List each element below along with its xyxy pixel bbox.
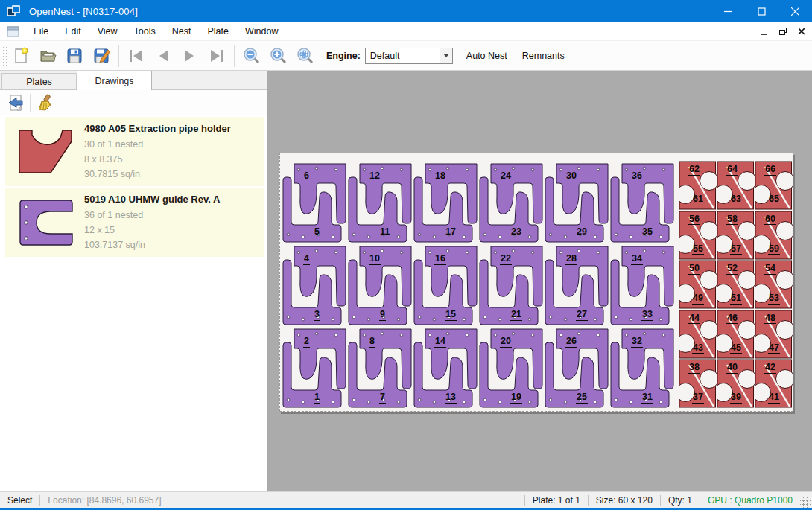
part-number: 63 <box>730 194 742 205</box>
nest-part-pair-red[interactable]: 3837 <box>679 359 717 408</box>
nest-part-pair-red[interactable]: 6665 <box>755 161 793 210</box>
tab-drawings[interactable]: Drawings <box>77 71 152 90</box>
drawing-title: 4980 A05 Extraction pipe holder <box>84 123 261 134</box>
mdi-close-button[interactable] <box>793 25 810 38</box>
nest-part-pair-purple[interactable]: 1211 <box>348 161 413 243</box>
new-button[interactable] <box>7 44 34 68</box>
nest-part-pair-red[interactable]: 5857 <box>717 211 755 260</box>
part-number: 28 <box>565 254 577 265</box>
chevron-down-icon <box>443 54 449 57</box>
nest-part-pair-purple[interactable]: 2625 <box>545 326 610 409</box>
nest-part-pair-red[interactable]: 5251 <box>717 260 755 309</box>
close-button[interactable] <box>778 0 812 22</box>
drawing-size: 8 x 8.375 <box>84 152 261 167</box>
drawing-size: 12 x 15 <box>84 223 261 238</box>
nest-part-pair-purple[interactable]: 1615 <box>413 243 479 326</box>
drawing-thumbnail <box>8 121 84 182</box>
nest-part-pair-purple[interactable]: 1413 <box>413 326 479 409</box>
menu-view[interactable]: View <box>89 24 126 39</box>
save-button[interactable] <box>61 44 88 68</box>
mdi-minimize-button[interactable] <box>756 25 773 38</box>
engine-select[interactable]: Default <box>365 48 453 64</box>
nest-part-pair-red[interactable]: 5655 <box>679 211 717 260</box>
nest-part-pair-red[interactable]: 4443 <box>679 310 717 359</box>
nest-part-pair-purple[interactable]: 43 <box>282 243 348 326</box>
drawing-nested-count: 30 of 1 nested <box>84 137 261 152</box>
nest-part-pair-purple[interactable]: 1817 <box>413 161 479 243</box>
tab-plates[interactable]: Plates <box>1 73 77 89</box>
nest-part-pair-purple[interactable]: 2423 <box>479 161 545 243</box>
open-folder-icon <box>39 47 57 65</box>
part-number: 56 <box>688 214 700 226</box>
part-number: 13 <box>445 392 457 404</box>
clear-drawings-button[interactable] <box>34 92 56 113</box>
nest-part-pair-purple[interactable]: 21 <box>282 326 348 409</box>
status-bar: Select Location: [84.8696, 60.6957] Plat… <box>0 491 812 508</box>
mdi-document-icon <box>7 26 19 37</box>
nest-part-pair-red[interactable]: 4847 <box>755 310 793 359</box>
save-as-button[interactable] <box>88 44 115 68</box>
maximize-button[interactable] <box>745 0 778 22</box>
part-number: 52 <box>726 264 738 275</box>
toolbar-grip[interactable] <box>1 45 7 66</box>
nest-part-pair-red[interactable]: 6059 <box>755 211 793 260</box>
part-number: 38 <box>688 363 700 374</box>
nest-part-pair-purple[interactable]: 87 <box>348 326 413 409</box>
part-number: 1 <box>314 392 320 404</box>
menu-plate[interactable]: Plate <box>199 24 237 39</box>
part-number: 62 <box>688 165 700 176</box>
engine-label: Engine: <box>326 51 361 61</box>
menu-file[interactable]: File <box>25 24 57 39</box>
drawing-item-4980[interactable]: 4980 A05 Extraction pipe holder 30 of 1 … <box>5 117 264 186</box>
part-number: 14 <box>434 337 446 348</box>
part-number: 5 <box>314 227 320 238</box>
nest-canvas[interactable]: 6512111817242330293635431091615222128273… <box>268 71 812 491</box>
nest-part-pair-purple[interactable]: 3635 <box>610 161 676 243</box>
nest-part-pair-red[interactable]: 5049 <box>679 260 717 309</box>
open-button[interactable] <box>34 44 61 68</box>
nest-part-pair-purple[interactable]: 2221 <box>479 243 545 326</box>
nest-part-pair-purple[interactable]: 65 <box>282 161 348 243</box>
nest-part-pair-red[interactable]: 4645 <box>717 310 755 359</box>
nest-part-pair-red[interactable]: 5453 <box>755 260 793 309</box>
minimize-button[interactable] <box>711 0 745 22</box>
part-number: 47 <box>768 343 780 354</box>
part-number: 12 <box>369 171 381 182</box>
nest-part-pair-purple[interactable]: 109 <box>348 243 413 326</box>
menu-tools[interactable]: Tools <box>126 24 164 39</box>
nest-part-pair-purple[interactable]: 2019 <box>479 326 545 409</box>
nest-part-pair-purple[interactable]: 3433 <box>610 243 676 326</box>
resize-grip[interactable] <box>800 497 811 508</box>
menu-edit[interactable]: Edit <box>57 24 89 39</box>
nest-part-pair-red[interactable]: 6463 <box>717 161 755 210</box>
remnants-button[interactable]: Remnants <box>515 47 572 65</box>
nest-part-pair-purple[interactable]: 2827 <box>545 243 610 326</box>
toolbar-separator <box>118 45 119 67</box>
part-number: 25 <box>576 392 588 404</box>
nest-part-pair-red[interactable]: 4039 <box>717 359 755 408</box>
last-plate-button[interactable] <box>203 44 230 68</box>
menu-nest[interactable]: Nest <box>164 24 200 39</box>
left-panel: Plates Drawings <box>0 71 268 491</box>
nest-part-pair-purple[interactable]: 3231 <box>610 326 676 409</box>
import-drawing-button[interactable] <box>4 92 27 113</box>
auto-nest-button[interactable]: Auto Nest <box>459 47 515 65</box>
previous-plate-button[interactable] <box>150 44 177 68</box>
first-arrow-icon <box>127 48 145 63</box>
menu-window[interactable]: Window <box>237 24 286 39</box>
plate[interactable]: 6512111817242330293635431091615222128273… <box>279 153 793 412</box>
mdi-restore-button[interactable] <box>775 25 791 38</box>
zoom-out-icon <box>243 47 261 65</box>
drawing-item-5019[interactable]: 5019 A10 UHMW guide Rev. A 36 of 1 neste… <box>5 188 264 257</box>
part-number: 48 <box>764 313 776 325</box>
next-plate-button[interactable] <box>177 44 203 68</box>
zoom-fit-button[interactable] <box>292 44 319 68</box>
nest-part-pair-red[interactable]: 6261 <box>679 161 717 210</box>
nest-part-pair-red[interactable]: 4241 <box>755 359 793 408</box>
drawing-list: 4980 A05 Extraction pipe holder 30 of 1 … <box>0 115 267 491</box>
zoom-in-button[interactable] <box>265 44 292 68</box>
nest-part-pair-purple[interactable]: 3029 <box>545 161 610 243</box>
zoom-out-button[interactable] <box>238 44 265 68</box>
first-plate-button[interactable] <box>123 44 150 68</box>
combo-arrow[interactable] <box>440 48 452 63</box>
